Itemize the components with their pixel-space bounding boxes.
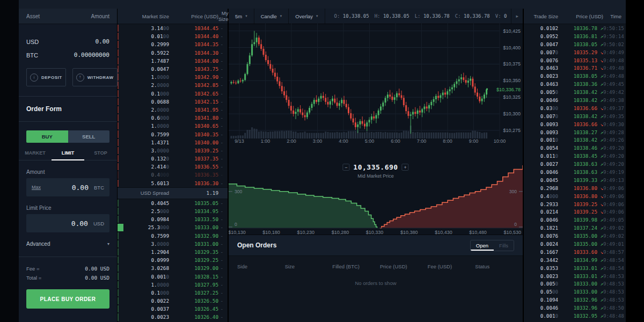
trade-history-header: Trade Size Price (USD) Time	[524, 9, 626, 24]
order-book-row[interactable]: 2.000010341.95-	[118, 106, 228, 114]
order-book-row[interactable]: 0.132010337.35-	[118, 155, 228, 163]
withdraw-label: WITHDRAW	[87, 75, 114, 80]
depth-bar	[118, 33, 119, 40]
zoom-in-button[interactable]: +	[402, 164, 409, 171]
order-book-row[interactable]: 3.000010339.25-	[118, 147, 228, 155]
chart-toolbar: 5m ▾ Candle ▾ Overlay ▾ O: 10,338.05H: 1…	[229, 9, 523, 24]
order-book-row[interactable]: 0.068810342.15-	[118, 98, 228, 106]
order-book-row[interactable]: 3.000010331.00-	[118, 240, 228, 248]
tab-limit[interactable]: LIMIT	[52, 150, 84, 160]
order-book-row[interactable]: 0.759910332.90-	[118, 232, 228, 240]
order-book-row[interactable]: 0.299910344.35-	[118, 40, 228, 48]
depth-bar	[118, 171, 119, 178]
order-book-row[interactable]: 3.026810329.00-	[118, 264, 228, 272]
order-book-row[interactable]: 0.001010328.15-	[118, 272, 228, 280]
deposit-button[interactable]: ↓ DEPOSIT	[26, 68, 66, 86]
order-book-row[interactable]: 2.414010336.55-	[118, 163, 228, 171]
limit-price-input[interactable]: 0.00 USD	[26, 214, 109, 232]
market-size-header: Market Size	[118, 13, 169, 19]
order-book-row[interactable]: 1.290410329.35-	[118, 248, 228, 256]
order-book-row[interactable]: 0.010010344.40-	[118, 32, 228, 40]
order-book-row[interactable]: 0.099910329.25-	[118, 256, 228, 264]
order-book-row[interactable]: 1.437110340.00-	[118, 138, 228, 147]
order-book-row[interactable]: 0.002310326.40-	[118, 313, 228, 321]
tab-stop[interactable]: STOP	[84, 150, 117, 160]
open-orders-col: Price (USD)	[380, 264, 428, 269]
scroll-right-icon[interactable]: ▸	[511, 9, 523, 24]
order-book-row[interactable]: 0.004710343.75-	[118, 65, 228, 73]
amount-value: 0.00	[41, 184, 89, 192]
chevron-down-icon: ▾	[245, 14, 247, 18]
depth-bar	[118, 25, 119, 32]
chevron-down-icon: ▾	[107, 241, 109, 246]
advanced-toggle[interactable]: Advanced ▾	[26, 241, 109, 247]
chart-type-dropdown[interactable]: Candle ▾	[254, 9, 289, 24]
depth-bar	[118, 74, 119, 80]
order-book-row[interactable]: 25.300010333.00-	[118, 223, 228, 231]
trade-row: 0.009310338.27 ↗9:49:28	[524, 128, 626, 136]
open-orders-col: Size	[285, 264, 333, 269]
total-row: Total = 0.00 USD	[26, 275, 109, 281]
total-value: 0.00 USD	[85, 275, 109, 281]
order-book-row[interactable]: 0.600010341.80-	[118, 114, 228, 122]
depth-bar	[118, 122, 119, 129]
order-book-row[interactable]: 0.098410333.50-	[118, 215, 228, 223]
order-book-row[interactable]: 0.003710326.45-	[118, 305, 228, 313]
total-label: Total =	[26, 275, 41, 281]
open-orders-columns: SideSizeFilled (BTC)Price (USD)Fee (USD)…	[229, 256, 523, 269]
depth-bar	[118, 297, 119, 304]
depth-bar	[118, 82, 119, 89]
amount-input[interactable]: Max 0.00 BTC	[26, 178, 109, 196]
order-book-row[interactable]: 0.100010342.65-	[118, 90, 228, 98]
order-book-row[interactable]: 0.002210326.50-	[118, 297, 228, 305]
sell-tab[interactable]: SELL	[68, 130, 110, 143]
order-book-row[interactable]: 2.000010342.85-	[118, 81, 228, 89]
depth-bar	[118, 257, 119, 264]
trade-row: 0.002310333.01 ↗9:48:53	[524, 272, 626, 280]
candlestick-chart[interactable]: $10,425$10,400$10,375$10,350$10,325$10,3…	[229, 24, 523, 138]
max-link[interactable]: Max	[32, 185, 41, 190]
order-book-row[interactable]: 0.404510335.05-	[118, 199, 228, 207]
order-book-row[interactable]: 1.000010340.65-	[118, 122, 228, 130]
wallet-header: Asset Amount	[19, 9, 117, 24]
trade-row: 0.001010338.42 ↗9:49:26	[524, 136, 626, 144]
tab-fills[interactable]: Fills	[494, 240, 514, 251]
mid-market-caption: Mid Market Price	[342, 173, 408, 179]
depth-bar	[118, 41, 119, 48]
ohlc-item: V: 0	[495, 13, 507, 19]
zoom-out-button[interactable]: −	[342, 164, 349, 171]
price-header: Price (USD)	[169, 13, 218, 19]
chart-panel: 5m ▾ Candle ▾ Overlay ▾ O: 10,338.05H: 1…	[229, 9, 523, 322]
tab-market[interactable]: MARKET	[19, 150, 52, 160]
overlay-dropdown[interactable]: Overlay ▾	[289, 9, 325, 24]
withdraw-button[interactable]: ↑ WITHDRAW	[72, 68, 118, 86]
ohlc-item: H: 10,338.05	[375, 13, 409, 19]
order-book-row[interactable]: 1.748710344.00-	[118, 57, 228, 65]
timeframe-dropdown[interactable]: 5m ▾	[229, 9, 254, 24]
spread-value: 1.19	[169, 190, 218, 196]
depth-bar	[118, 114, 119, 121]
trade-row: 0.021410339.25 ↘9:49:06	[524, 208, 626, 216]
withdraw-icon: ↑	[76, 74, 84, 82]
trade-price-header: Price (USD)	[558, 13, 603, 19]
order-book-row[interactable]: 3.140010344.45-	[118, 24, 228, 32]
order-book-row[interactable]: 2.500010334.95-	[118, 207, 228, 215]
order-book-row[interactable]: 0.592210344.30-	[118, 49, 228, 57]
order-book-row[interactable]: 0.400010336.35-	[118, 171, 228, 179]
order-book-row[interactable]: 0.100010327.25-	[118, 289, 228, 297]
order-book-row[interactable]: 1.000010342.90-	[118, 73, 228, 81]
depth-chart[interactable]: 30030000$10,130$10,180$10,230$10,280$10,…	[229, 147, 523, 235]
trade-row: 0.007610335.00 ↗9:49:02	[524, 232, 626, 240]
buy-tab[interactable]: BUY	[26, 130, 68, 143]
order-book-row[interactable]: 5.601310336.30-	[118, 179, 228, 187]
bids-list: 0.404510335.05-2.500010334.95-0.09841033…	[118, 199, 228, 321]
order-book-row[interactable]: 0.759910340.35-	[118, 130, 228, 138]
depth-bar	[118, 49, 119, 56]
depth-bar	[118, 248, 119, 255]
order-book-row[interactable]: 1.000010327.95-	[118, 281, 228, 289]
depth-bar	[118, 273, 119, 280]
tab-open[interactable]: Open	[471, 240, 494, 251]
depth-bar	[118, 281, 119, 288]
open-orders-col: Fee (USD)	[428, 264, 475, 269]
place-buy-order-button[interactable]: PLACE BUY ORDER	[26, 289, 109, 309]
